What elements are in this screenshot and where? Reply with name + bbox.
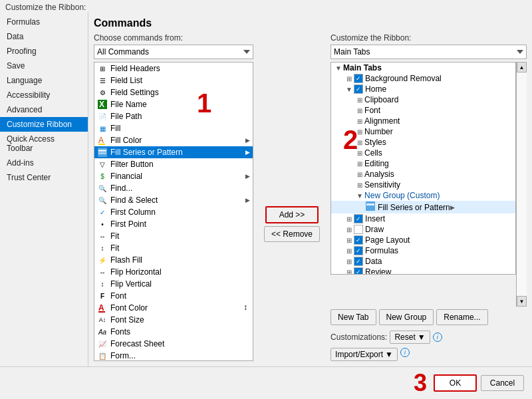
sidebar-item-customize-ribbon[interactable]: Customize Ribbon: [0, 117, 88, 132]
add-button[interactable]: Add >>: [265, 206, 319, 223]
ribbon-scrollbar[interactable]: ▲ ▼: [516, 62, 527, 307]
ribbon-item-analysis[interactable]: ⊞ Analysis: [331, 169, 515, 180]
reset-dropdown[interactable]: Reset ▼: [390, 331, 430, 344]
svg-rect-14: [366, 201, 375, 211]
find-icon: 🔍: [97, 183, 108, 194]
list-item[interactable]: ☰ Field List: [94, 74, 253, 86]
list-item[interactable]: F Font: [94, 290, 253, 302]
ribbon-item-data[interactable]: ⊞ ✓ Data: [331, 256, 515, 267]
list-item-fill-series[interactable]: Fill Series or Pattern ▶: [94, 146, 253, 158]
fill-series-icon: [97, 147, 108, 158]
list-item[interactable]: $ Financial ▶: [94, 170, 253, 182]
flash-icon: ⚡: [97, 255, 108, 265]
arrow-icon: ▶: [245, 197, 250, 203]
ribbon-item-clipboard[interactable]: ⊞ Clipboard: [331, 94, 515, 105]
list-item[interactable]: ↕ Fit: [94, 242, 253, 254]
sidebar-item-advanced[interactable]: Advanced: [0, 102, 88, 117]
reset-label: Reset: [394, 332, 415, 342]
check-icon: ✓: [97, 207, 108, 217]
ribbon-item-home[interactable]: ▼ ✓ Home: [331, 84, 515, 94]
svg-text:X: X: [99, 100, 104, 109]
import-export-info-icon[interactable]: i: [400, 348, 410, 357]
sidebar-item-proofing[interactable]: Proofing: [0, 44, 88, 59]
ribbon-item-bg-removal[interactable]: ⊞ ✓ Background Removal: [331, 73, 515, 84]
ribbon-listbox[interactable]: ▼ Main Tabs ⊞ ✓ Background Removal: [331, 62, 516, 275]
ribbon-item-styles[interactable]: ⊞ Styles: [331, 137, 515, 148]
list-item-find-select[interactable]: 🔍 Find & Select ▶: [94, 194, 253, 206]
list-item[interactable]: 📈 Forecast Sheet: [94, 338, 253, 350]
right-arrow-icon: ↕: [243, 303, 250, 313]
scrollbar-down-button[interactable]: ▼: [517, 296, 527, 307]
settings-sidebar: Formulas Data Proofing Save Language Acc…: [0, 12, 88, 366]
reset-info-icon[interactable]: i: [433, 332, 442, 342]
sidebar-item-quick-access[interactable]: Quick Access Toolbar: [0, 132, 88, 156]
list-item[interactable]: Aa Fonts: [94, 326, 253, 338]
new-group-button[interactable]: New Group: [379, 309, 434, 325]
ribbon-item-formulas[interactable]: ⊞ ✓ Formulas: [331, 245, 515, 256]
sidebar-item-accessibility[interactable]: Accessibility: [0, 88, 88, 102]
list-item[interactable]: 🔍 Find...: [94, 182, 253, 194]
checkbox-formulas[interactable]: ✓: [354, 246, 363, 255]
checkbox-review[interactable]: ✓: [354, 267, 363, 275]
ribbon-tabs-dropdown[interactable]: Main Tabs Tool Tabs All Tabs: [331, 45, 527, 59]
list-item[interactable]: ⚙ Field Settings: [94, 86, 253, 98]
list-item[interactable]: ▦ Fill: [94, 122, 253, 134]
list-item[interactable]: ✓ First Column: [94, 206, 253, 218]
rename-button[interactable]: Rename...: [436, 309, 487, 325]
sidebar-item-data[interactable]: Data: [0, 29, 88, 44]
list-item[interactable]: ⊞ Field Headers: [94, 63, 253, 74]
import-export-dropdown[interactable]: Import/Export ▼: [331, 348, 398, 361]
settings-icon: ⚙: [97, 87, 108, 98]
sidebar-item-save[interactable]: Save: [0, 59, 88, 73]
remove-button[interactable]: << Remove: [264, 226, 320, 242]
checkbox-bg-removal[interactable]: ✓: [354, 74, 363, 83]
ribbon-item-fill-series[interactable]: Fill Series or Pattern ▶: [331, 201, 515, 213]
checkbox-page-layout[interactable]: ✓: [354, 235, 363, 245]
list-item-first-point[interactable]: • First Point: [94, 218, 253, 230]
list-item-file-path[interactable]: 📄 File Path: [94, 110, 253, 122]
add-remove-buttons: Add >> << Remove: [259, 86, 325, 361]
ribbon-item-page-layout[interactable]: ⊞ ✓ Page Layout: [331, 235, 515, 245]
commands-panel: Choose commands from: All Commands Popul…: [94, 33, 253, 361]
sidebar-item-language[interactable]: Language: [0, 73, 88, 88]
ribbon-item-new-group[interactable]: ▼ New Group (Custom): [331, 190, 515, 201]
list-item[interactable]: ↔ Fit: [94, 230, 253, 242]
list-item[interactable]: 📋 Form...: [94, 350, 253, 361]
commands-from-dropdown[interactable]: All Commands Popular Commands Commands N…: [94, 45, 253, 59]
ribbon-item-editing[interactable]: ⊞ Editing: [331, 158, 515, 169]
checkbox-insert[interactable]: ✓: [354, 214, 363, 223]
insert-label: Insert: [365, 214, 385, 223]
checkbox-data[interactable]: ✓: [354, 257, 363, 266]
expand-icon: ⊞: [344, 226, 354, 233]
list-item[interactable]: ↔ Flip Horizontal: [94, 266, 253, 278]
ribbon-item-insert[interactable]: ⊞ ✓ Insert: [331, 213, 515, 224]
editing-label: Editing: [364, 159, 389, 168]
ribbon-item-font[interactable]: ⊞ Font: [331, 105, 515, 116]
sidebar-item-addins[interactable]: Add-ins: [0, 156, 88, 170]
list-item-font-color[interactable]: A Font Color ↕: [94, 302, 253, 314]
commands-listbox[interactable]: ⊞ Field Headers ☰ Field List ⚙ Field Set…: [94, 62, 253, 361]
list-item[interactable]: ▽ Filter Button: [94, 158, 253, 170]
svg-text:↕: ↕: [243, 303, 247, 312]
list-item[interactable]: ⚡ Flash Fill: [94, 254, 253, 266]
ribbon-item-draw[interactable]: ⊞ Draw: [331, 224, 515, 235]
ribbon-item-cells[interactable]: ⊞ Cells: [331, 148, 515, 158]
new-tab-button[interactable]: New Tab: [331, 309, 376, 325]
cancel-button[interactable]: Cancel: [481, 375, 524, 391]
sidebar-item-formulas[interactable]: Formulas: [0, 15, 88, 29]
list-item[interactable]: A↕ Font Size: [94, 314, 253, 326]
ribbon-item-sensitivity[interactable]: ⊞ Sensitivity: [331, 180, 515, 190]
ok-button[interactable]: OK: [434, 374, 477, 392]
sidebar-item-trust-center[interactable]: Trust Center: [0, 170, 88, 185]
dialog-header-title: Customize the Ribbon:: [5, 3, 86, 12]
ribbon-main-tabs-header[interactable]: ▼ Main Tabs: [331, 63, 515, 73]
checkbox-draw[interactable]: [354, 225, 363, 234]
list-item[interactable]: ↕ Flip Vertical: [94, 278, 253, 290]
scrollbar-up-button[interactable]: ▲: [517, 62, 527, 72]
list-item[interactable]: A Fill Color ▶: [94, 134, 253, 146]
list-item[interactable]: X File Name: [94, 98, 253, 110]
checkbox-home[interactable]: ✓: [354, 84, 363, 94]
ribbon-item-number[interactable]: ⊞ Number: [331, 126, 515, 137]
ribbon-item-alignment[interactable]: ⊞ Alignment: [331, 116, 515, 126]
ribbon-item-review[interactable]: ⊞ ✓ Review: [331, 267, 515, 275]
